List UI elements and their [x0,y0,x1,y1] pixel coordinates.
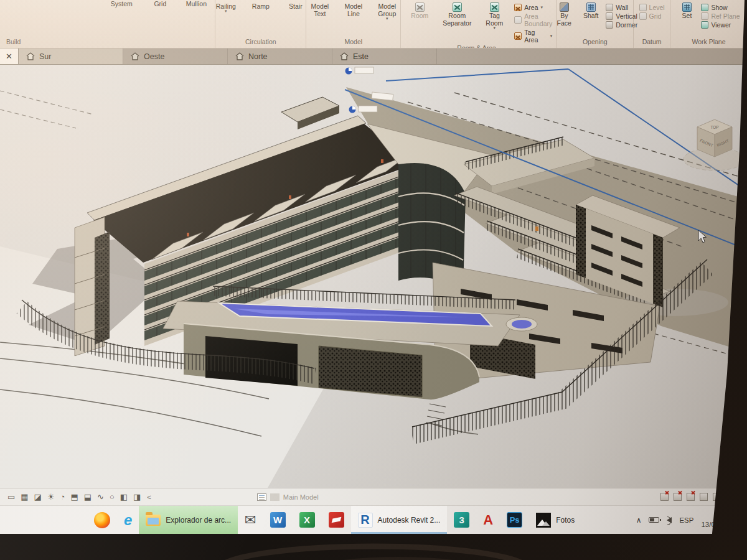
button-label: Room [406,12,433,19]
tag-area-button[interactable]: Tag Area▾ [514,29,552,44]
taskbar-3dsmax[interactable]: 3 [447,506,476,534]
close-view-button[interactable]: ✕ [0,49,19,64]
button-label: Viewer [711,21,731,29]
room-button[interactable]: Room [405,1,435,21]
taskbar-sketchup[interactable] [322,506,351,534]
grid-button[interactable]: Grid [639,12,662,20]
tray-chevron-icon[interactable]: ∧ [636,516,642,525]
panel-label-opening[interactable]: Opening [557,37,633,48]
speaker-icon[interactable] [667,517,672,523]
viewcube[interactable]: TOP FRONT RIGHT [684,119,746,170]
drag-on-selection-toggle[interactable] [713,493,721,501]
panel-label-build[interactable]: Build [0,37,215,48]
constraints-icon[interactable]: ◨ [133,492,141,502]
room-separator-button[interactable]: Room Separator [439,1,474,28]
button-label: Grid [649,12,662,20]
view-control-bar[interactable]: ▭ ▦ ◪ ☀ ◔ ⬒ ⬓ ∿ ○ ◧ ◨ [0,492,141,502]
tab-este[interactable]: Este [332,49,437,64]
shaft-icon [586,2,596,12]
panel-label-text: Room & Area [457,44,496,49]
model-text-button[interactable]: Model Text [305,1,335,19]
viewcube-top-face[interactable]: TOP [710,125,718,129]
selection-filter[interactable]: ▽ :0 [726,493,738,501]
shadows-icon[interactable]: ◔ [60,492,65,502]
language-indicator[interactable]: ESP [679,516,693,524]
curtain-grid-button[interactable]: Curtain Grid [145,0,175,9]
collapse-icon[interactable]: < [147,493,151,501]
by-face-button[interactable]: By Face [552,1,576,28]
house-icon [235,52,244,60]
area-button[interactable]: Area▾ [514,4,543,11]
tray-date: 13/02/2020 [701,520,737,529]
model-line-button[interactable]: Model Line [339,1,369,19]
edge-label-chip [737,209,744,219]
vertical-opening-icon [606,12,613,20]
dormer-button[interactable]: Dormer [606,21,637,29]
ribbon-panel-work-plane: Set Show Ref Plane Viewer Work Plane [670,0,747,48]
sketchup-icon [329,512,344,528]
temporary-hide-icon[interactable]: ∿ [97,492,104,502]
show-button[interactable]: Show [701,4,727,11]
panel-label-circulation[interactable]: Circulation [215,37,306,48]
area-boundary-button[interactable]: Area Boundary [514,12,552,27]
wall-opening-icon [606,4,613,11]
taskbar-excel[interactable]: X [293,506,322,534]
button-label: Level [649,4,665,11]
lattice-screen [319,346,422,397]
ramp-button[interactable]: Ramp [246,1,276,11]
tab-norte[interactable]: Norte [228,49,332,64]
revit-status-bar: ▭ ▦ ◪ ☀ ◔ ⬒ ⬓ ∿ ○ ◧ ◨ < Main Model ▽ : [0,488,747,505]
curtain-system-button[interactable]: Curtain System [104,0,139,9]
battery-icon[interactable] [649,517,659,523]
system-tray: ∧ ESP 18:07 13/02/2020 [636,511,747,529]
mullion-button[interactable]: Mullion [181,0,211,9]
taskbar-autocad[interactable]: A [476,506,500,534]
autocad-icon: A [483,512,493,528]
shaft-button[interactable]: Shaft [580,1,602,21]
panel-label-datum[interactable]: Datum [634,37,670,48]
ref-plane-button[interactable]: Ref Plane [701,12,740,20]
taskbar-file-explorer[interactable]: Explorador de arc... [139,506,238,534]
crop-region-icon[interactable]: ⬓ [84,492,92,502]
area-icon [514,4,522,11]
taskbar-revit[interactable]: R Autodesk Revit 2... [351,506,448,534]
taskbar-firefox[interactable] [87,506,117,534]
crop-view-icon[interactable]: ⬒ [70,492,78,502]
clock[interactable]: 18:07 13/02/2020 [701,511,737,529]
house-icon [26,52,35,60]
tag-room-button[interactable]: Tag Room▾ [479,1,509,30]
taskbar-mail[interactable]: ✉ [238,506,263,534]
set-work-plane-icon [682,2,692,12]
viewer-button[interactable]: Viewer [701,21,731,29]
detail-level-icon[interactable]: ▦ [21,492,28,502]
scale-icon[interactable]: ▭ [7,492,15,502]
set-button[interactable]: Set [677,1,696,21]
tab-sur[interactable]: Sur [19,49,123,64]
visual-style-icon[interactable]: ◪ [34,492,42,502]
panel-label-work-plane[interactable]: Work Plane [670,37,747,48]
vertical-opening-button[interactable]: Vertical [606,12,637,20]
select-links-toggle[interactable] [660,493,669,501]
taskbar-photoshop[interactable]: Ps [500,506,529,534]
taskbar-word[interactable]: W [263,506,293,534]
tag-area-icon [514,32,522,40]
level-button[interactable]: Level [639,4,665,11]
reveal-hidden-icon[interactable]: ○ [110,492,115,502]
revit-3d-view[interactable]: TOP FRONT RIGHT [0,65,747,488]
panel-label-room-area[interactable]: Room & Area ▾ [401,44,556,49]
wall-opening-button[interactable]: Wall [606,4,628,11]
taskbar-internet-explorer[interactable]: e [117,506,139,534]
model-group-button[interactable]: Model Group▾ [372,1,402,21]
panel-label-model[interactable]: Model [306,37,400,48]
railing-button[interactable]: Railing▾ [211,1,241,14]
analytical-model-icon[interactable]: ◧ [120,492,128,502]
select-by-face-toggle[interactable] [700,493,708,501]
workset-control[interactable]: Main Model [257,493,319,501]
select-underlay-toggle[interactable] [674,493,682,501]
close-icon: ✕ [6,52,12,61]
select-pinned-toggle[interactable] [687,493,695,501]
selection-toggles: ▽ :0 [660,493,747,501]
tab-oeste[interactable]: Oeste [123,49,228,64]
sun-path-icon[interactable]: ☀ [47,492,55,502]
taskbar-fotos[interactable]: Fotos [529,506,581,534]
